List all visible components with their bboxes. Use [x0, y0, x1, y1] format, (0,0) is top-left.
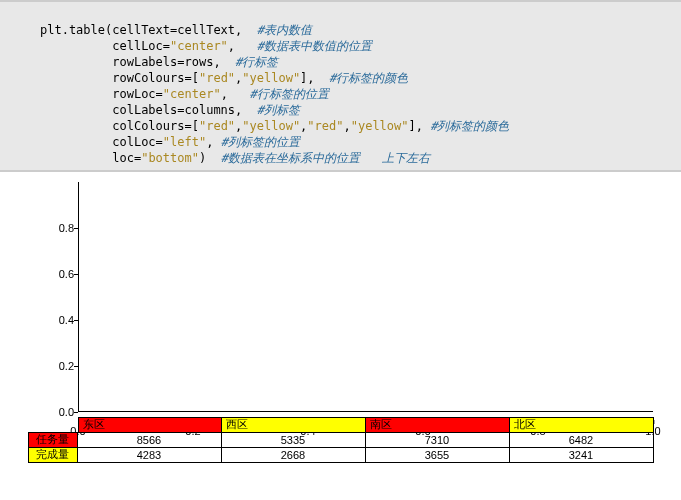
plot-data-table: 东区 西区 南区 北区 任务量 8566 5335 7310 6482 完成量 … [28, 417, 653, 462]
table-header-row: 东区 西区 南区 北区 [28, 417, 653, 432]
table-cell: 8566 [77, 432, 222, 448]
table-cell: 4283 [77, 447, 222, 463]
table-cell: 6482 [509, 432, 654, 448]
code-line: rowLoc="center", #行标签的位置 [40, 87, 329, 101]
table-cell: 3241 [509, 447, 654, 463]
col-label: 东区 [78, 417, 223, 433]
axes-frame [78, 182, 653, 412]
table-cell: 2668 [221, 447, 366, 463]
ytick: 0.8 [8, 222, 74, 234]
code-line: plt.table(cellText=cellText, #表内数值 [40, 23, 312, 37]
ytick: 0.4 [8, 314, 74, 326]
plot-area: 0.0 0.2 0.4 0.6 0.8 0.0 0.2 0.4 0.6 0.8 … [8, 182, 673, 457]
code-line: colColours=["red","yellow","red","yellow… [40, 119, 509, 133]
code-block: plt.table(cellText=cellText, #表内数值 cellL… [0, 0, 681, 172]
table-row: 完成量 4283 2668 3655 3241 [28, 447, 653, 462]
code-line: colLoc="left", #列标签的位置 [40, 135, 300, 149]
table-cell: 3655 [365, 447, 510, 463]
code-line: colLabels=columns, #列标签 [40, 103, 300, 117]
ytick: 0.6 [8, 268, 74, 280]
col-label: 西区 [221, 417, 366, 433]
row-label: 完成量 [28, 447, 78, 463]
col-label: 南区 [365, 417, 510, 433]
row-label: 任务量 [28, 432, 78, 448]
table-cell: 7310 [365, 432, 510, 448]
ytick: 0.2 [8, 360, 74, 372]
code-line: rowColours=["red","yellow"], #行标签的颜色 [40, 71, 408, 85]
code-line: rowLabels=rows, #行标签 [40, 55, 278, 69]
table-corner [28, 417, 78, 432]
code-line: loc="bottom") #数据表在坐标系中的位置 上下左右 [40, 151, 430, 165]
col-label: 北区 [509, 417, 654, 433]
table-row: 任务量 8566 5335 7310 6482 [28, 432, 653, 447]
code-line: cellLoc="center", #数据表中数值的位置 [40, 39, 372, 53]
table-cell: 5335 [221, 432, 366, 448]
